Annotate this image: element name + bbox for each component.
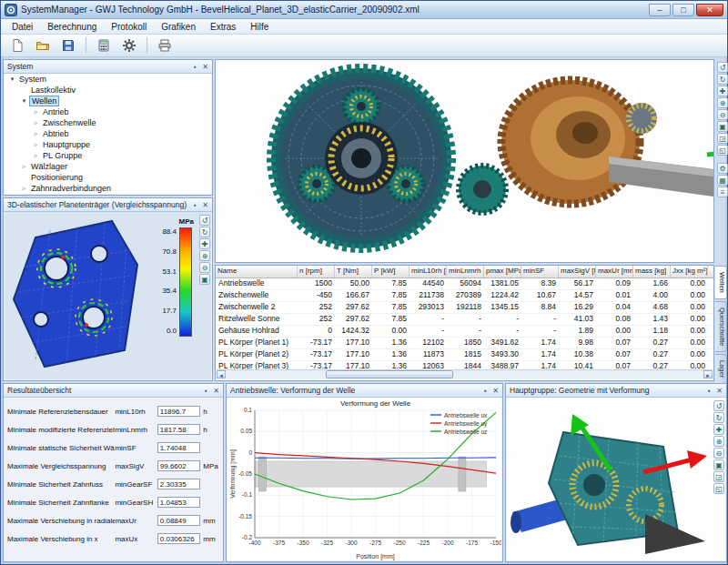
column-header-mass[interactable]: mass [kg] bbox=[633, 266, 671, 277]
column-header-t[interactable]: T [Nm] bbox=[335, 266, 372, 277]
save-button[interactable] bbox=[56, 35, 80, 56]
close-panel-icon[interactable]: ✕ bbox=[200, 201, 210, 209]
pin-icon[interactable]: ▪ bbox=[201, 387, 211, 395]
front-view-icon[interactable]: ◱ bbox=[713, 483, 724, 494]
pin-icon[interactable]: ▪ bbox=[480, 387, 490, 395]
close-panel-icon[interactable]: ✕ bbox=[200, 63, 210, 71]
expand-arrow-icon[interactable]: ▹ bbox=[31, 108, 41, 116]
menu-item-hilfe[interactable]: Hilfe bbox=[243, 21, 276, 33]
rotate-left-icon[interactable]: ↺ bbox=[199, 215, 210, 226]
horizontal-scrollbar[interactable]: ◂ ▸ bbox=[217, 369, 713, 379]
tree-item-zahnradverbindungen[interactable]: ▹Zahnradverbindungen bbox=[5, 183, 211, 194]
close-button[interactable]: ✕ bbox=[696, 4, 723, 16]
column-header-pmax[interactable]: pmax [MPa] bbox=[484, 266, 521, 277]
expand-arrow-icon[interactable]: ▹ bbox=[31, 130, 41, 137]
fit-view-icon[interactable]: ▣ bbox=[717, 121, 728, 132]
calculate-button[interactable] bbox=[92, 35, 116, 56]
menu-item-grafiken[interactable]: Grafiken bbox=[154, 21, 203, 33]
collapse-arrow-icon[interactable]: ▾ bbox=[19, 97, 29, 105]
rotate-right-icon[interactable]: ↻ bbox=[713, 412, 724, 423]
column-header-jxx[interactable]: Jxx [kg m²] bbox=[671, 266, 708, 277]
tree-item-wälzlager[interactable]: ▹Wälzlager bbox=[5, 161, 211, 172]
zoom-out-icon[interactable]: ⊖ bbox=[713, 448, 724, 459]
table-row[interactable]: Zwischenwelle 2252297.627.85293013192118… bbox=[216, 302, 713, 314]
rotate-left-icon[interactable]: ↺ bbox=[717, 62, 728, 73]
column-header-minl10rh[interactable]: minL10rh [h] bbox=[410, 266, 447, 277]
fit-view-icon[interactable]: ▣ bbox=[199, 274, 210, 285]
column-header-minlnmrh[interactable]: minLnmrh [h] bbox=[447, 266, 484, 277]
tree-item-zwischenwelle[interactable]: ▹Zwischenwelle bbox=[5, 117, 211, 128]
table-row[interactable]: Antriebswelle150050.007.8544540560941381… bbox=[216, 278, 713, 290]
column-header-minsf[interactable]: minSF bbox=[521, 266, 559, 277]
grid-view-icon[interactable]: ▦ bbox=[717, 175, 728, 186]
rotate-left-icon[interactable]: ↺ bbox=[713, 400, 724, 411]
menu-item-berechnung[interactable]: Berechnung bbox=[40, 21, 104, 33]
menu-item-protokoll[interactable]: Protokoll bbox=[104, 21, 154, 33]
column-header-n[interactable]: n [rpm] bbox=[298, 266, 335, 277]
tree-item-lastkollektiv[interactable]: Lastkollektiv bbox=[5, 85, 211, 96]
deform-3d-view[interactable]: ↺↻✚⊕⊖▣◲◱ bbox=[507, 398, 725, 560]
expand-arrow-icon[interactable]: ▹ bbox=[19, 163, 29, 170]
zoom-out-icon[interactable]: ⊖ bbox=[717, 109, 728, 120]
close-panel-icon[interactable]: ✕ bbox=[714, 387, 724, 395]
collapse-arrow-icon[interactable]: ▾ bbox=[7, 76, 17, 83]
pan-icon[interactable]: ✚ bbox=[199, 238, 210, 249]
zoom-in-icon[interactable]: ⊕ bbox=[199, 250, 210, 261]
tab-wellen[interactable]: Wellen bbox=[715, 266, 727, 299]
close-panel-icon[interactable]: ✕ bbox=[211, 387, 221, 395]
iso-view-icon[interactable]: ◲ bbox=[717, 133, 728, 144]
tree-item-pl-gruppe[interactable]: ▹PL Gruppe bbox=[5, 150, 211, 161]
column-header-maxur[interactable]: maxUr [mm] bbox=[596, 266, 633, 277]
new-document-button[interactable] bbox=[5, 35, 29, 56]
tree-item-positionierung[interactable]: Positionierung bbox=[5, 172, 211, 183]
value-cell: 9.98 bbox=[559, 338, 596, 348]
tree-item-wellen[interactable]: ▾Wellen bbox=[5, 96, 211, 106]
tab-querschnitte[interactable]: Querschnitte bbox=[715, 301, 727, 353]
scroll-left-icon[interactable]: ◂ bbox=[217, 370, 226, 378]
expand-arrow-icon[interactable]: ▹ bbox=[31, 152, 41, 159]
list-view-icon[interactable]: ≡ bbox=[717, 187, 728, 197]
expand-arrow-icon[interactable]: ▹ bbox=[19, 185, 29, 192]
expand-arrow-icon[interactable]: ▹ bbox=[31, 141, 41, 148]
table-row[interactable]: Gehäuse Hohlrad01424.320.00----1.890.001… bbox=[216, 326, 713, 338]
scrollbar-thumb[interactable] bbox=[326, 370, 453, 378]
front-view-icon[interactable]: ◱ bbox=[717, 145, 728, 156]
column-header-maxsigv[interactable]: maxSigV [MPa] bbox=[559, 266, 596, 277]
rotate-right-icon[interactable]: ↻ bbox=[717, 74, 728, 85]
settings-view-icon[interactable]: ⚙ bbox=[717, 163, 728, 174]
scroll-right-icon[interactable]: ▸ bbox=[703, 370, 713, 378]
zoom-out-icon[interactable]: ⊖ bbox=[199, 262, 210, 273]
table-row[interactable]: PL Körper (Planet 2)-73.17177.101.361187… bbox=[216, 349, 713, 361]
minimize-button[interactable]: – bbox=[649, 4, 671, 16]
pin-icon[interactable]: ▪ bbox=[704, 387, 714, 395]
zoom-in-icon[interactable]: ⊕ bbox=[717, 97, 728, 108]
menu-item-extras[interactable]: Extras bbox=[203, 21, 243, 33]
fit-view-icon[interactable]: ▣ bbox=[713, 459, 724, 470]
pan-icon[interactable]: ✚ bbox=[713, 424, 724, 435]
print-button[interactable] bbox=[153, 35, 177, 56]
settings-button[interactable] bbox=[117, 35, 141, 56]
menu-item-datei[interactable]: Datei bbox=[5, 21, 40, 33]
tree-item-abtrieb[interactable]: ▹Abtrieb bbox=[5, 128, 211, 139]
table-row[interactable]: Zwischenwelle-450166.677.852117382703891… bbox=[216, 290, 713, 302]
expand-arrow-icon[interactable]: ▹ bbox=[31, 119, 41, 126]
tree-item-antrieb[interactable]: ▹Antrieb bbox=[5, 106, 211, 117]
pin-icon[interactable]: ▪ bbox=[190, 201, 200, 209]
zoom-in-icon[interactable]: ⊕ bbox=[713, 436, 724, 447]
fem-view[interactable]: MPa 88.470.853.135.417.70.0 ↺↻✚⊕⊖▣ bbox=[5, 212, 211, 379]
table-row[interactable]: Ritzelwelle Sonne252297.627.85----41.030… bbox=[216, 314, 713, 326]
open-file-button[interactable] bbox=[31, 35, 55, 56]
main-3d-viewport[interactable] bbox=[215, 59, 714, 263]
pan-icon[interactable]: ✚ bbox=[717, 86, 728, 96]
iso-view-icon[interactable]: ◲ bbox=[713, 471, 724, 482]
tree-item-hauptgruppe[interactable]: ▹Hauptgruppe bbox=[5, 139, 211, 150]
maximize-button[interactable]: □ bbox=[672, 4, 694, 16]
table-row[interactable]: PL Körper (Planet 1)-73.17177.101.361210… bbox=[216, 338, 713, 349]
rotate-right-icon[interactable]: ↻ bbox=[199, 227, 210, 237]
tree-item-system[interactable]: ▾System bbox=[5, 74, 211, 85]
tab-lager[interactable]: Lager bbox=[715, 354, 727, 384]
column-header-name[interactable]: Name bbox=[216, 266, 298, 277]
pin-icon[interactable]: ▪ bbox=[190, 63, 200, 71]
close-panel-icon[interactable]: ✕ bbox=[490, 387, 500, 395]
column-header-p[interactable]: P [kW] bbox=[372, 266, 410, 277]
